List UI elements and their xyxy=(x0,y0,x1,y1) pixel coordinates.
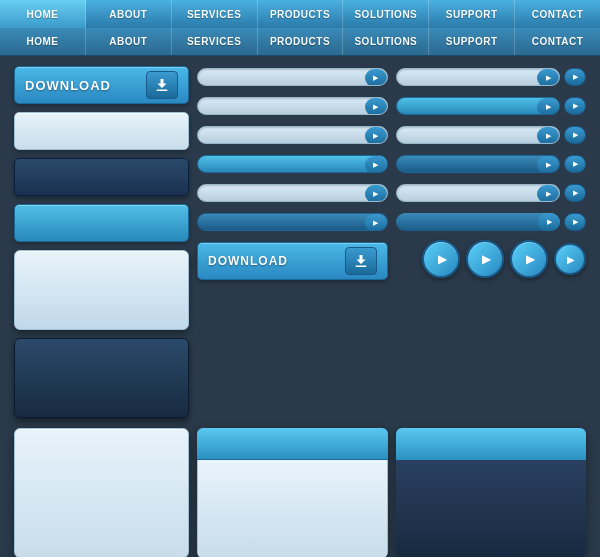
scroll-item-4 xyxy=(197,153,388,175)
scroll-item-1 xyxy=(197,66,388,88)
scroll-track-r4[interactable] xyxy=(396,155,561,173)
middle-column: DOWNLOAD xyxy=(197,66,388,418)
scroll-thumb-r3[interactable] xyxy=(537,127,559,144)
scroll-track-3[interactable] xyxy=(197,126,388,144)
panel-tab-right[interactable] xyxy=(396,428,587,460)
scroll-arrow-r2[interactable] xyxy=(564,97,586,115)
scroll-track-r2[interactable] xyxy=(396,97,561,115)
play-button-2[interactable] xyxy=(466,240,504,278)
main-content: DOWNLOAD xyxy=(0,56,600,428)
scroll-track-4[interactable] xyxy=(197,155,388,173)
scroll-track-r6[interactable] xyxy=(396,213,561,231)
nav-home-1[interactable]: HOME xyxy=(0,0,86,28)
panel-body-mid xyxy=(197,460,388,557)
nav-contact-1[interactable]: CONTACT xyxy=(515,0,600,28)
scroll-thumb-r6[interactable] xyxy=(538,213,560,231)
scroll-thumb-3[interactable] xyxy=(365,127,387,144)
scroll-arrow-r1[interactable] xyxy=(564,68,586,86)
scroll-item-r1 xyxy=(396,66,587,88)
scroll-track-1[interactable] xyxy=(197,68,388,86)
play-button-4[interactable] xyxy=(554,243,586,275)
scroll-item-r4 xyxy=(396,153,587,175)
scroll-track-5[interactable] xyxy=(197,184,388,202)
scroll-thumb-6[interactable] xyxy=(365,214,387,231)
download-label-2: DOWNLOAD xyxy=(208,254,288,268)
play-button-3[interactable] xyxy=(510,240,548,278)
secondary-nav: HOME ABOUT SERVICES PRODUCTS SOLUTIONS S… xyxy=(0,28,600,56)
scroll-track-r3[interactable] xyxy=(396,126,561,144)
download-label-1: DOWNLOAD xyxy=(25,78,111,93)
scroll-track-2[interactable] xyxy=(197,97,388,115)
download-icon-box-2 xyxy=(345,247,377,275)
scroll-item-r5 xyxy=(396,182,587,204)
scroll-thumb-1[interactable] xyxy=(365,69,387,86)
panel-body-right xyxy=(396,460,587,557)
download-button-2[interactable]: DOWNLOAD xyxy=(197,242,388,280)
scroll-thumb-4[interactable] xyxy=(365,156,387,173)
large-panel-white xyxy=(14,250,189,330)
rect-btn-dark-1[interactable] xyxy=(14,158,189,196)
primary-nav: HOME ABOUT SERVICES PRODUCTS SOLUTIONS S… xyxy=(0,0,600,28)
nav-products-1[interactable]: PRODUCTS xyxy=(258,0,344,28)
nav-solutions-2[interactable]: SOLUTIONS xyxy=(343,28,429,55)
rect-btn-blue-1[interactable] xyxy=(14,204,189,242)
download-icon-box-1 xyxy=(146,71,178,99)
scroll-thumb-5[interactable] xyxy=(365,185,387,202)
scroll-arrow-r6[interactable] xyxy=(564,213,586,231)
scroll-item-6 xyxy=(197,211,388,233)
scroll-item-3 xyxy=(197,124,388,146)
bottom-panel-tabbed-right xyxy=(396,428,587,557)
nav-about-2[interactable]: ABOUT xyxy=(86,28,172,55)
scroll-thumb-2[interactable] xyxy=(365,98,387,115)
right-column xyxy=(396,66,587,418)
nav-about-1[interactable]: ABOUT xyxy=(86,0,172,28)
download-icon-1 xyxy=(153,76,171,94)
nav-solutions-1[interactable]: SOLUTIONS xyxy=(343,0,429,28)
nav-services-1[interactable]: SERVICES xyxy=(172,0,258,28)
download-icon-2 xyxy=(352,252,370,270)
left-column: DOWNLOAD xyxy=(14,66,189,418)
bottom-panel-white xyxy=(14,428,189,557)
nav-products-2[interactable]: PRODUCTS xyxy=(258,28,344,55)
play-button-1[interactable] xyxy=(422,240,460,278)
scroll-arrow-r4[interactable] xyxy=(564,155,586,173)
rect-btn-white-1[interactable] xyxy=(14,112,189,150)
download-button-1[interactable]: DOWNLOAD xyxy=(14,66,189,104)
scroll-item-r3 xyxy=(396,124,587,146)
scroll-thumb-r5[interactable] xyxy=(537,185,559,202)
bottom-panel-tabbed-mid xyxy=(197,428,388,557)
scroll-item-r2 xyxy=(396,95,587,117)
nav-services-2[interactable]: SERVICES xyxy=(172,28,258,55)
scroll-item-2 xyxy=(197,95,388,117)
scroll-thumb-r2[interactable] xyxy=(537,98,559,115)
scroll-track-6[interactable] xyxy=(197,213,388,231)
scroll-item-r6 xyxy=(396,211,587,233)
large-panel-dark xyxy=(14,338,189,418)
nav-support-1[interactable]: SUPPORT xyxy=(429,0,515,28)
nav-contact-2[interactable]: CONTACT xyxy=(515,28,600,55)
download-row: DOWNLOAD xyxy=(197,242,388,280)
scroll-track-r5[interactable] xyxy=(396,184,561,202)
nav-home-2[interactable]: HOME xyxy=(0,28,86,55)
scroll-thumb-r1[interactable] xyxy=(537,69,559,86)
scroll-track-r1[interactable] xyxy=(396,68,561,86)
play-buttons-row xyxy=(396,240,587,278)
scroll-item-5 xyxy=(197,182,388,204)
scroll-arrow-r3[interactable] xyxy=(564,126,586,144)
scroll-thumb-r4[interactable] xyxy=(537,156,559,173)
nav-support-2[interactable]: SUPPORT xyxy=(429,28,515,55)
scroll-arrow-r5[interactable] xyxy=(564,184,586,202)
bottom-section xyxy=(0,428,600,557)
panel-tab-mid[interactable] xyxy=(197,428,388,460)
